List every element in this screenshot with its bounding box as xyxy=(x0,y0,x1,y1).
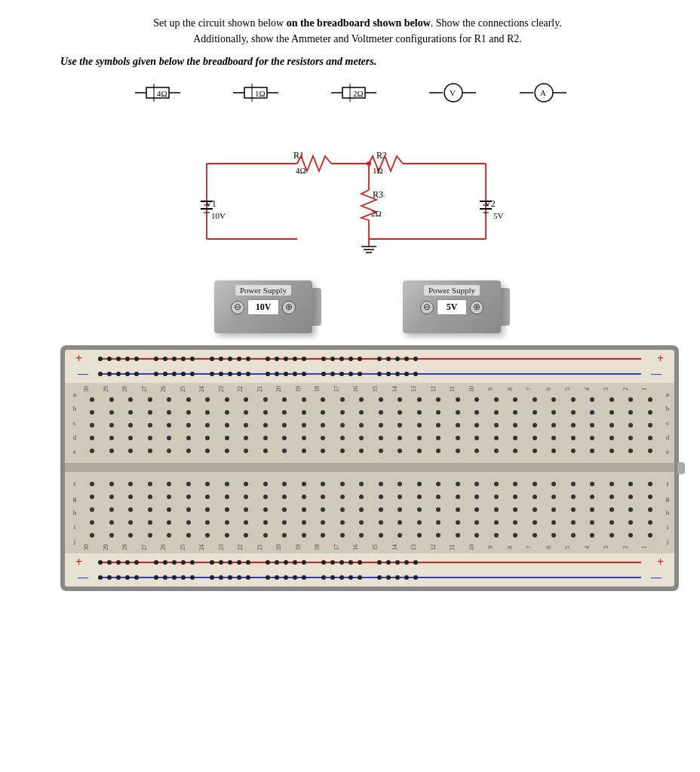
breadboard-dot[interactable] xyxy=(90,436,94,440)
breadboard-dot[interactable] xyxy=(628,520,633,525)
breadboard-dot[interactable] xyxy=(533,507,537,512)
breadboard-dot[interactable] xyxy=(398,423,402,427)
breadboard-dot[interactable] xyxy=(551,449,556,453)
breadboard-dot[interactable] xyxy=(282,397,287,402)
breadboard-dot[interactable] xyxy=(225,436,229,440)
breadboard-dot[interactable] xyxy=(225,423,229,427)
breadboard-dot[interactable] xyxy=(571,495,576,499)
breadboard-dot[interactable] xyxy=(628,397,633,402)
breadboard-dot[interactable] xyxy=(571,410,576,415)
breadboard-dot[interactable] xyxy=(436,397,441,402)
breadboard-dot[interactable] xyxy=(148,507,152,512)
breadboard-dot[interactable] xyxy=(263,533,268,538)
breadboard-dot[interactable] xyxy=(205,495,210,499)
breadboard-dot[interactable] xyxy=(244,533,248,538)
breadboard-dot[interactable] xyxy=(244,436,248,440)
breadboard-dot[interactable] xyxy=(109,482,114,486)
breadboard-dot[interactable] xyxy=(205,410,210,415)
breadboard-dot[interactable] xyxy=(417,423,422,427)
breadboard-dot[interactable] xyxy=(148,423,152,427)
breadboard-dot[interactable] xyxy=(494,436,499,440)
breadboard-dot[interactable] xyxy=(263,423,268,427)
breadboard-dot[interactable] xyxy=(398,397,402,402)
breadboard-dot[interactable] xyxy=(167,423,171,427)
breadboard-dot[interactable] xyxy=(417,482,422,486)
breadboard-dot[interactable] xyxy=(436,520,441,525)
breadboard-dot[interactable] xyxy=(225,397,229,402)
breadboard-dot[interactable] xyxy=(321,410,325,415)
breadboard-dot[interactable] xyxy=(148,533,152,538)
breadboard-dot[interactable] xyxy=(321,482,325,486)
breadboard-dot[interactable] xyxy=(648,495,652,499)
breadboard-dot[interactable] xyxy=(436,533,441,538)
breadboard-dot[interactable] xyxy=(474,533,479,538)
ps2-plus-button[interactable]: ⊕ xyxy=(470,301,484,314)
breadboard-dot[interactable] xyxy=(225,533,229,538)
breadboard-dot[interactable] xyxy=(340,397,345,402)
breadboard-dot[interactable] xyxy=(186,533,191,538)
breadboard-dot[interactable] xyxy=(186,397,191,402)
ps2-minus-button[interactable]: ⊖ xyxy=(420,301,434,314)
breadboard-dot[interactable] xyxy=(648,410,652,415)
breadboard-dot[interactable] xyxy=(513,482,517,486)
breadboard-dot[interactable] xyxy=(109,520,114,525)
breadboard-dot[interactable] xyxy=(456,423,460,427)
breadboard-dot[interactable] xyxy=(533,410,537,415)
breadboard-dot[interactable] xyxy=(590,410,594,415)
breadboard-dot[interactable] xyxy=(340,449,345,453)
breadboard-dot[interactable] xyxy=(167,520,171,525)
breadboard-dot[interactable] xyxy=(436,507,441,512)
breadboard-dot[interactable] xyxy=(109,410,114,415)
breadboard-dot[interactable] xyxy=(225,520,229,525)
breadboard-dot[interactable] xyxy=(340,520,345,525)
breadboard-dot[interactable] xyxy=(263,397,268,402)
breadboard-dot[interactable] xyxy=(109,436,114,440)
breadboard-dot[interactable] xyxy=(571,449,576,453)
breadboard-dot[interactable] xyxy=(302,436,306,440)
breadboard-dot[interactable] xyxy=(398,520,402,525)
breadboard-dot[interactable] xyxy=(379,410,383,415)
breadboard-dot[interactable] xyxy=(302,533,306,538)
breadboard-dot[interactable] xyxy=(302,410,306,415)
breadboard-dot[interactable] xyxy=(340,436,345,440)
breadboard-dot[interactable] xyxy=(205,436,210,440)
breadboard-dot[interactable] xyxy=(90,533,94,538)
breadboard-dot[interactable] xyxy=(628,436,633,440)
breadboard-dot[interactable] xyxy=(302,449,306,453)
breadboard-dot[interactable] xyxy=(359,495,364,499)
breadboard-dot[interactable] xyxy=(648,436,652,440)
breadboard-dot[interactable] xyxy=(109,533,114,538)
breadboard-dot[interactable] xyxy=(321,533,325,538)
breadboard-dot[interactable] xyxy=(90,482,94,486)
breadboard-dot[interactable] xyxy=(205,482,210,486)
breadboard-dot[interactable] xyxy=(340,423,345,427)
breadboard-dot[interactable] xyxy=(474,397,479,402)
breadboard-dot[interactable] xyxy=(551,436,556,440)
breadboard-dot[interactable] xyxy=(340,507,345,512)
breadboard-dot[interactable] xyxy=(398,495,402,499)
breadboard-dot[interactable] xyxy=(456,507,460,512)
breadboard-dot[interactable] xyxy=(244,520,248,525)
breadboard-dot[interactable] xyxy=(167,533,171,538)
breadboard-dot[interactable] xyxy=(263,436,268,440)
breadboard-dot[interactable] xyxy=(513,507,517,512)
breadboard-dot[interactable] xyxy=(456,520,460,525)
breadboard-dot[interactable] xyxy=(186,436,191,440)
breadboard-dot[interactable] xyxy=(474,482,479,486)
breadboard-dot[interactable] xyxy=(398,410,402,415)
breadboard-dot[interactable] xyxy=(128,533,133,538)
ps1-minus-button[interactable]: ⊖ xyxy=(231,301,244,314)
breadboard-dot[interactable] xyxy=(244,423,248,427)
breadboard-dot[interactable] xyxy=(417,520,422,525)
breadboard-dot[interactable] xyxy=(186,495,191,499)
breadboard-dot[interactable] xyxy=(590,495,594,499)
breadboard-dot[interactable] xyxy=(128,397,133,402)
breadboard-dot[interactable] xyxy=(359,520,364,525)
ps1-plus-button[interactable]: ⊕ xyxy=(282,301,296,314)
breadboard-dot[interactable] xyxy=(417,436,422,440)
breadboard-dot[interactable] xyxy=(186,520,191,525)
breadboard-dot[interactable] xyxy=(321,495,325,499)
breadboard-dot[interactable] xyxy=(609,449,614,453)
breadboard-dot[interactable] xyxy=(609,423,614,427)
breadboard-dot[interactable] xyxy=(282,495,287,499)
